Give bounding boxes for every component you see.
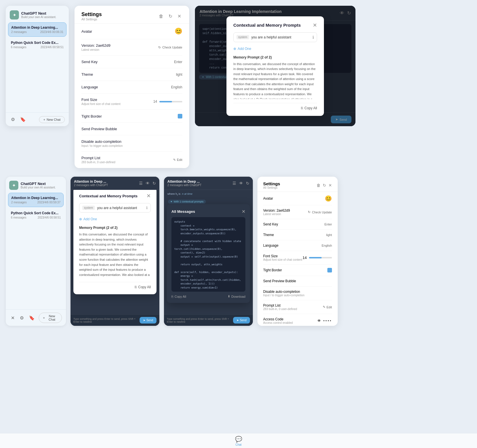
copy-icon: ⎘ [301,106,303,110]
settings-refresh-button[interactable]: ↻ [167,12,173,20]
bottom-settings-button[interactable]: ⚙ [19,314,25,322]
modal-close-button[interactable]: ✕ [313,22,317,28]
sp-delete-button[interactable]: 🗑 [316,183,320,188]
sp-fontsize-slider[interactable] [309,257,332,258]
promptlist-edit-button[interactable]: ✎ Edit [173,158,182,162]
all-messages-download-button[interactable]: ⬇ Download [228,295,245,298]
tightborder-label: Tight Border [81,114,102,118]
ctx-modal-footer: ⎘ Copy All [79,282,151,289]
bottom-new-chat-label: New Chat [46,314,58,321]
sp-heading: Settings [263,181,280,186]
settings-row-version: Version: 2ae62d9 Latest version ↻ Check … [81,39,182,56]
ctx-system-row: system ℹ [79,203,151,213]
sp-language: Language English [263,240,332,251]
bottom-chat-right-actions: ☰ 👁 ↻ [232,181,249,186]
bottom-right-refresh-icon[interactable]: ↻ [246,181,249,186]
settings-delete-button[interactable]: 🗑 [158,13,165,20]
check-update-button[interactable]: ↻ Check Update [158,46,182,49]
version-label: Version: 2ae62d9 [81,43,110,48]
bottom-right-eye-icon[interactable]: 👁 [239,181,243,186]
sp-refresh-button[interactable]: ↻ [323,183,326,188]
bottom-chat-right-info: Attention in Deep ... 2 messages with Ch… [167,180,202,187]
sp-edit-button[interactable]: ✎ Edit [323,305,332,309]
add-one-button[interactable]: ⊕ Add One [233,45,251,52]
sp-tight-border-toggle[interactable] [327,268,332,272]
sp-close-button[interactable]: ✕ [329,183,332,188]
ctx-add-one-button[interactable]: ⊕ Add One [79,215,97,223]
sp-accesscode-value: 👁 •••• [317,319,332,323]
bottom-chat-date-0: 2023/4/6 00:59:37 [37,201,60,204]
chat-meta-0: 2 messages 2023/4/6 00:06:31 [11,30,63,34]
sp-language-value: English [322,244,332,247]
brand-text: ChatGPT Next Build your own AI assistant… [21,11,56,19]
settings-header: Settings All Settings 🗑 ↻ ✕ [75,6,189,24]
ctx-copy-all-button[interactable]: ⎘ Copy All [135,285,151,289]
settings-button[interactable]: ⚙ [10,116,16,123]
tight-border-toggle[interactable] [178,114,182,118]
bottom-right-send-button[interactable]: ➤ Send [233,317,250,324]
bottom-right-contextual-badge: ✦ With 1 contextual prompts [168,200,206,204]
bottom-left-send-label: Send [146,319,153,322]
sp-avatar-label: Avatar [263,196,273,200]
all-messages-copy-button[interactable]: ⎘ Copy All [171,295,186,298]
edit-label: Edit [177,158,182,161]
settings-heading: Settings [81,11,102,17]
sp-autocomplete-sub: Input / to trigger auto-completion [263,294,304,297]
fontsize-sublabel: Adjust font size of chat content [81,102,120,106]
modal-header: Contextual and Memory Prompts ✕ [233,22,317,28]
bottom-brand-text: ChatGPT Next Build your own AI assistant… [21,182,56,189]
settings-row-promptlist: Prompt List 283 built-in, 0 user-defined… [81,152,182,168]
bottom-right-menu-icon[interactable]: ☰ [232,181,236,186]
bottom-left-menu-icon[interactable]: ☰ [139,181,143,186]
sp-dots: •••• [323,319,332,323]
sendpreview-label: Send Preview Bubble [81,127,117,131]
sp-eye-icon[interactable]: 👁 [317,319,321,323]
bottom-chat-left-sub: 2 messages with ChatGPT [74,184,108,187]
bottom-chat-item-1[interactable]: Python Quick Sort Code Ex... 6 messages … [8,208,64,222]
all-messages-code: outputs context = torch.bmm(attn_weights… [171,217,245,292]
system-prompt-row: system ℹ [233,32,317,42]
all-messages-close-button[interactable]: ✕ [242,209,245,214]
settings-close-button[interactable]: ✕ [176,12,182,20]
sp-sendpreview-label: Send Preview Bubble [263,279,296,283]
sp-autocomplete: Disable auto-completion Input / to trigg… [263,287,332,300]
bottom-chat-right-body: where ht is n at time ✦ With 1 contextua… [164,190,253,314]
promptlist-sublabel: 283 built-in, 0 user-defined [81,161,115,164]
copy-all-button[interactable]: ⎘ Copy All [301,106,317,110]
chat-item-0[interactable]: Attention in Deep Learning... 2 messages… [8,22,67,37]
add-icon: ⊕ [233,47,236,51]
bottom-close-button[interactable]: ✕ [10,314,16,322]
bottom-left-input-hint: Type something and press Enter to send, … [73,318,137,323]
all-messages-footer: ⎘ Copy All ⬇ Download [171,295,245,298]
sp-fontsize-num: 14 [303,256,307,260]
chat-item-1[interactable]: Python Quick Sort Code Ex... 6 messages … [8,38,67,52]
sp-version-label: Version: 2ae62d9 [263,209,290,213]
ctx-modal-close[interactable]: ✕ [146,193,151,199]
bottom-left-refresh-icon[interactable]: ↻ [153,181,156,186]
settings-row-tightborder: Tight Border [81,110,182,123]
brand-tagline: Build your own AI assistant. [21,15,56,19]
bottom-left-send-button[interactable]: ➤ Send [140,317,157,324]
sp-promptlist-sub: 283 built-in, 0 user-defined [263,307,297,311]
ctx-memory-title: Memory Prompt (2 of 2) [79,226,151,230]
bottom-chat-right-sub: 2 messages with ChatGPT [167,184,202,187]
fontsize-slider[interactable] [159,101,182,102]
ctx-system-input[interactable] [97,206,144,210]
bottom-chat-item-0[interactable]: Attention in Deep Learning... 2 messages… [8,193,64,207]
bottom-left-eye-icon[interactable]: 👁 [146,181,150,186]
system-input[interactable] [251,35,310,39]
sp-title: Settings All Settings [263,181,280,189]
bookmark-button[interactable]: 🔖 [19,116,27,123]
sp-check-update-button[interactable]: ↻ Check Update [308,210,332,214]
autocomplete-label: Disable auto-completion [81,139,123,144]
memory-prompt-title: Memory Prompt (2 of 2) [233,55,317,59]
settings-row-sendpreview: Send Preview Bubble [81,123,182,135]
ctx-copy-label: Copy All [138,285,151,289]
new-chat-button[interactable]: + New Chat [39,116,65,123]
all-messages-download-icon: ⬇ [228,295,230,298]
copy-all-label: Copy All [304,106,317,110]
version-sublabel: Latest version [81,48,110,51]
bottom-new-chat-button[interactable]: + New Chat [39,313,62,323]
bottom-brand-tagline: Build your own AI assistant. [21,186,56,189]
bottom-bookmark-button[interactable]: 🔖 [28,314,36,322]
